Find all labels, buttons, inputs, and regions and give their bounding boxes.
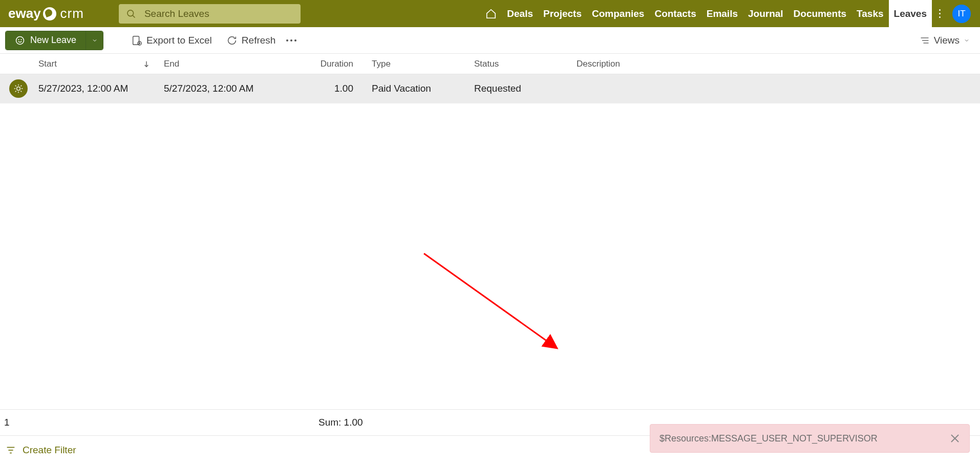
nav-more-button[interactable]: [932, 9, 947, 18]
nav-contacts[interactable]: Contacts: [649, 0, 701, 27]
views-label: Views: [934, 35, 960, 46]
toast-close-button[interactable]: [950, 433, 960, 444]
refresh-button[interactable]: Refresh: [220, 31, 282, 50]
toolbar-more-button[interactable]: [284, 39, 299, 41]
toast-message: $Resources:MESSAGE_USER_NOT_SUPERVISOR: [659, 433, 878, 444]
search-icon: [126, 9, 136, 19]
svg-point-3: [18, 39, 19, 39]
avatar-initials: IT: [957, 9, 965, 19]
export-label: Export to Excel: [146, 35, 212, 46]
export-icon: [131, 35, 142, 46]
search-input[interactable]: [144, 8, 293, 19]
dots-horizontal-icon: [286, 39, 296, 41]
logo-icon: [43, 7, 56, 20]
nav-label: Journal: [748, 8, 783, 19]
grid-header: Start End Duration Type Status Descripti…: [0, 54, 980, 74]
nav-label: Contacts: [654, 8, 696, 19]
views-icon: [920, 35, 930, 46]
nav-companies[interactable]: Companies: [587, 0, 649, 27]
nav-label: Projects: [543, 8, 582, 19]
error-toast: $Resources:MESSAGE_USER_NOT_SUPERVISOR: [650, 424, 970, 453]
nav-deals[interactable]: Deals: [502, 0, 538, 27]
top-nav: eway crm Deals Projects Companies Contac…: [0, 0, 980, 27]
nav-emails[interactable]: Emails: [701, 0, 743, 27]
home-icon: [485, 8, 497, 19]
create-filter-link[interactable]: Create Filter: [23, 445, 76, 456]
nav-tasks[interactable]: Tasks: [851, 0, 888, 27]
new-leave-label: New Leave: [30, 35, 76, 46]
user-avatar[interactable]: IT: [952, 5, 971, 23]
export-excel-button[interactable]: Export to Excel: [125, 31, 218, 50]
refresh-label: Refresh: [242, 35, 276, 46]
col-type-label: Type: [372, 59, 391, 69]
svg-point-2: [16, 36, 24, 44]
nav-home[interactable]: [480, 0, 502, 27]
new-leave-splitbutton: New Leave: [5, 31, 103, 50]
app-logo[interactable]: eway crm: [4, 6, 88, 22]
col-end-label: End: [164, 59, 179, 69]
chevron-down-icon: [92, 37, 98, 44]
views-button[interactable]: Views: [914, 31, 975, 50]
col-duration[interactable]: Duration: [318, 59, 372, 69]
svg-line-16: [15, 86, 16, 87]
cell-end: 5/27/2023, 12:00 AM: [164, 83, 253, 94]
svg-point-0: [127, 10, 134, 16]
svg-line-1: [133, 15, 135, 17]
nav-leaves[interactable]: Leaves: [889, 0, 932, 27]
filter-icon: [5, 445, 16, 456]
col-duration-label: Duration: [321, 59, 353, 69]
svg-line-17: [20, 91, 22, 92]
col-start[interactable]: Start: [38, 59, 164, 69]
svg-rect-5: [133, 36, 139, 45]
toolbar: New Leave Export to Excel Refresh Views: [0, 27, 980, 54]
cell-type: Paid Vacation: [372, 83, 431, 94]
svg-line-23: [424, 254, 557, 348]
leave-type-icon: [9, 79, 28, 98]
cell-status: Requested: [474, 83, 521, 94]
svg-point-11: [17, 87, 20, 91]
refresh-icon: [226, 35, 238, 46]
chevron-down-icon: [964, 37, 970, 44]
nav-label: Deals: [507, 8, 533, 19]
sun-icon: [13, 83, 24, 94]
col-status[interactable]: Status: [474, 59, 577, 69]
logo-text-2: crm: [60, 6, 84, 22]
nav-journal[interactable]: Journal: [743, 0, 789, 27]
nav-label: Emails: [707, 8, 738, 19]
col-start-label: Start: [38, 59, 57, 69]
col-type[interactable]: Type: [372, 59, 474, 69]
cell-duration: 1.00: [334, 83, 353, 94]
col-description-label: Description: [577, 59, 620, 69]
nav-label: Documents: [794, 8, 846, 19]
nav-label: Companies: [592, 8, 644, 19]
dots-vertical-icon: [939, 9, 941, 18]
new-leave-dropdown[interactable]: [86, 31, 103, 50]
nav-documents[interactable]: Documents: [789, 0, 851, 27]
nav-label: Tasks: [857, 8, 883, 19]
smile-icon: [15, 35, 25, 46]
nav-items: Deals Projects Companies Contacts Emails…: [480, 0, 932, 27]
new-leave-button[interactable]: New Leave: [6, 31, 86, 50]
cell-start: 5/27/2023, 12:00 AM: [38, 83, 128, 94]
annotation-arrow: [421, 251, 570, 358]
col-description[interactable]: Description: [577, 59, 980, 69]
table-row[interactable]: 5/27/2023, 12:00 AM 5/27/2023, 12:00 AM …: [0, 74, 980, 103]
logo-text-1: eway: [8, 6, 41, 22]
nav-projects[interactable]: Projects: [538, 0, 587, 27]
sort-desc-icon: [142, 60, 151, 68]
sum-value: Sum: 1.00: [318, 417, 363, 428]
svg-line-19: [20, 86, 22, 87]
search-box[interactable]: [119, 4, 301, 24]
col-status-label: Status: [474, 59, 499, 69]
row-count: 1: [4, 417, 10, 428]
svg-point-4: [21, 39, 22, 39]
svg-line-18: [15, 91, 16, 92]
nav-label: Leaves: [894, 8, 927, 19]
col-end[interactable]: End: [164, 59, 318, 69]
